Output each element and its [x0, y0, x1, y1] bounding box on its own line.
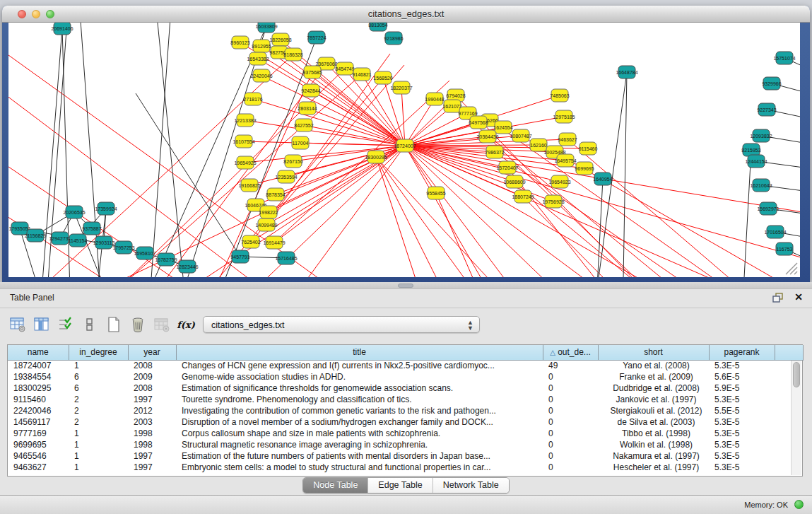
graph-node[interactable]: 16495754: [554, 154, 576, 167]
graph-node[interactable]: 18220377: [390, 81, 412, 94]
graph-node[interactable]: 116753: [776, 243, 793, 255]
graph-node[interactable]: 16914479: [263, 236, 285, 249]
table-row[interactable]: 1830029562008Estimation of significance …: [8, 382, 803, 394]
graph-node[interactable]: 8912955: [252, 40, 271, 52]
graph-node[interactable]: 19756928: [542, 195, 564, 208]
network-graph[interactable]: 1872400718300295271817612213383161075541…: [8, 23, 800, 277]
graph-node[interactable]: 19654925: [234, 156, 256, 169]
graph-node[interactable]: 16210643: [750, 179, 772, 192]
table-row[interactable]: 977716911998Corpus callosum shape and si…: [8, 428, 803, 439]
table-mode-icon[interactable]: [10, 317, 25, 332]
graph-node[interactable]: 14099489: [255, 218, 277, 231]
tab-edge-table[interactable]: Edge Table: [368, 478, 433, 493]
node-table[interactable]: namein_degreeyeartitle△ out_de...shortpa…: [7, 344, 803, 477]
graph-node[interactable]: 18226058: [269, 33, 291, 46]
graph-node[interactable]: 10807487: [510, 129, 531, 142]
graph-node[interactable]: 18807249: [512, 190, 534, 203]
graph-node[interactable]: 12444154: [745, 155, 767, 168]
select-all-icon[interactable]: [58, 317, 73, 332]
graph-node[interactable]: 22420046: [250, 69, 272, 82]
graph-node[interactable]: 9146821: [352, 68, 371, 81]
graph-node[interactable]: 15720407: [496, 161, 518, 174]
graph-node[interactable]: 12093832: [750, 129, 772, 142]
graph-node[interactable]: 20691406: [51, 23, 73, 35]
graph-node[interactable]: 117004: [292, 136, 309, 149]
graph-node[interactable]: 16543382: [247, 52, 269, 65]
graph-node[interactable]: 16958107: [134, 247, 155, 259]
graph-node[interactable]: 15692971: [757, 202, 779, 215]
graph-node[interactable]: 12353594: [275, 170, 297, 183]
graph-node[interactable]: 19166825: [238, 179, 260, 192]
table-row[interactable]: 911546021997Tourette syndrome. Phenomeno…: [8, 394, 803, 405]
network-view-window[interactable]: citations_edges.txt 18724007183002952718…: [2, 6, 810, 282]
column-header-short[interactable]: short: [598, 345, 709, 360]
table-row[interactable]: 946362711997Embryonic stem cells: a mode…: [8, 462, 803, 473]
graph-node[interactable]: 9463627: [558, 133, 577, 146]
graph-node[interactable]: 12975185: [553, 110, 575, 123]
graph-node[interactable]: 2718176: [243, 93, 262, 105]
close-panel-icon[interactable]: ✕: [794, 291, 803, 303]
show-columns-icon[interactable]: [34, 317, 49, 332]
graph-node[interactable]: 1990448: [425, 93, 444, 105]
table-row[interactable]: 1938455462009Genome-wide association stu…: [8, 371, 803, 382]
graph-node[interactable]: 12903113: [93, 236, 115, 249]
column-header-year[interactable]: year: [128, 345, 176, 360]
graph-node[interactable]: 7857224: [307, 31, 326, 44]
column-header-indegree[interactable]: in_degree: [69, 345, 128, 360]
float-panel-icon[interactable]: [772, 293, 784, 303]
graph-node[interactable]: 9242844: [301, 84, 320, 97]
graph-node[interactable]: 18724007: [394, 139, 416, 152]
graph-node[interactable]: 16648784: [616, 66, 637, 78]
network-window-titlebar[interactable]: citations_edges.txt: [2, 6, 810, 23]
graph-node[interactable]: 20364436: [476, 130, 498, 143]
graph-node[interactable]: 9457791: [230, 250, 249, 263]
graph-node[interactable]: 18300295: [365, 151, 387, 163]
table-scrollbar[interactable]: [791, 361, 801, 475]
table-row[interactable]: 1872400712008Changes of HCN gene express…: [8, 360, 803, 371]
graph-node[interactable]: 10688609: [503, 175, 525, 188]
graph-node[interactable]: 16033809: [255, 23, 277, 33]
graph-node[interactable]: 8813054: [368, 23, 387, 31]
delete-table-icon[interactable]: [154, 317, 170, 332]
tab-network-table[interactable]: Network Table: [433, 478, 509, 493]
table-row[interactable]: 2242004622012Investigating the contribut…: [8, 405, 803, 416]
graph-node[interactable]: 8427552: [294, 119, 313, 132]
row-height-icon[interactable]: [82, 317, 98, 332]
graph-node[interactable]: 7625402: [241, 235, 260, 248]
scrollbar-thumb[interactable]: [793, 362, 800, 387]
graph-node[interactable]: 17016504: [764, 226, 786, 238]
graph-node[interactable]: 9375685: [302, 66, 322, 78]
graph-node[interactable]: 1145154: [69, 234, 88, 247]
graph-node[interactable]: 15716485: [275, 252, 297, 264]
column-header-title[interactable]: title: [176, 345, 543, 360]
table-row[interactable]: 946554611997Estimation of the future num…: [8, 450, 803, 462]
graph-node[interactable]: 20206535: [63, 206, 85, 218]
table-source-dropdown[interactable]: citations_edges.txt ▲▼: [203, 316, 480, 333]
graph-node[interactable]: 12213383: [234, 114, 256, 127]
tab-node-table[interactable]: Node Table: [303, 478, 368, 493]
graph-node[interactable]: 16782759: [155, 253, 177, 266]
table-row[interactable]: 969969511998Structural magnetic resonanc…: [8, 439, 803, 450]
graph-node[interactable]: 9115460: [579, 142, 598, 155]
graph-node[interactable]: 8878354: [266, 188, 285, 201]
graph-node[interactable]: 1640954: [593, 173, 612, 185]
column-header-outde[interactable]: △ out_de...: [543, 345, 598, 360]
graph-node[interactable]: 9699695: [575, 162, 594, 175]
function-builder-icon[interactable]: f(x): [178, 317, 194, 332]
delete-column-icon[interactable]: [130, 317, 146, 332]
graph-node[interactable]: 8215953: [741, 144, 760, 156]
graph-node[interactable]: 12823446: [176, 260, 198, 273]
graph-node[interactable]: 1998222: [259, 206, 278, 218]
graph-node[interactable]: 9558455: [426, 187, 445, 199]
table-row[interactable]: 1456911722003Disruption of a novel membe…: [8, 416, 803, 428]
graph-node[interactable]: 9329966: [762, 77, 781, 90]
graph-node[interactable]: 8186328: [283, 48, 302, 61]
graph-node[interactable]: 9218986: [384, 32, 403, 45]
graph-node[interactable]: 6497568: [469, 116, 488, 129]
panel-splitter[interactable]: [0, 282, 812, 289]
column-header-pagerank[interactable]: pagerank: [709, 345, 775, 360]
graph-node[interactable]: 16107554: [233, 135, 254, 148]
graph-node[interactable]: 15751074: [773, 52, 795, 64]
column-header-name[interactable]: name: [8, 345, 69, 360]
graph-node[interactable]: 1568520: [373, 71, 392, 84]
